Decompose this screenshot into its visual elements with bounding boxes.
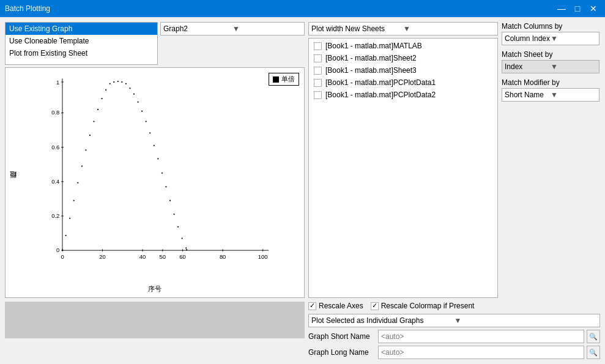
graph-select-combo: Graph2 ▼ (160, 22, 305, 65)
svg-rect-46 (133, 94, 135, 95)
plot-mode-value: Plot Selected as Individual Graphs (311, 316, 455, 325)
bottom-area: Rescale Axes Rescale Colormap if Present… (5, 302, 600, 359)
title-bar: Batch Plotting — □ ✕ (0, 0, 605, 17)
sheet-label-0: [Book1 - matlab.mat]MATLAB (325, 42, 422, 50)
svg-rect-56 (174, 214, 175, 215)
far-right-panel: Match Columns by Column Index ▼ Match Sh… (502, 22, 599, 298)
rescale-axes-checkbox[interactable] (308, 302, 316, 310)
svg-text:40: 40 (139, 254, 146, 260)
svg-rect-38 (102, 98, 103, 99)
main-content: Use Existing Graph Use Cloneable Templat… (0, 17, 605, 364)
bottom-right: Rescale Axes Rescale Colormap if Present… (308, 302, 600, 359)
plot-mode-combo[interactable]: Plot Selected as Individual Graphs ▼ (308, 314, 600, 327)
match-columns-value: Column Index (505, 34, 551, 43)
svg-rect-45 (130, 87, 131, 89)
svg-text:0.6: 0.6 (51, 144, 59, 150)
sheet-checkbox-1[interactable] (314, 54, 322, 62)
svg-text:0.4: 0.4 (51, 179, 59, 185)
match-columns-label: Match Columns by (502, 22, 599, 31)
sheet-checkbox-0[interactable] (314, 42, 322, 50)
minimize-button[interactable]: — (555, 2, 568, 15)
chart-area: 单倍 组距 0 0.2 0.4 (5, 67, 305, 298)
match-sheet-label: Match Sheet by (502, 50, 599, 59)
bottom-left-gray (5, 302, 305, 338)
svg-rect-58 (182, 238, 183, 239)
graph-type-item-2[interactable]: Plot from Existing Sheet (6, 47, 157, 59)
svg-rect-55 (169, 200, 171, 201)
sheet-item-2[interactable]: [Book1 - matlab.mat]Sheet3 (309, 64, 497, 76)
svg-rect-37 (97, 109, 98, 110)
sheet-checkbox-4[interactable] (314, 91, 322, 99)
sheet-label-3: [Book1 - matlab.mat]PCPlotData1 (325, 78, 436, 87)
svg-text:100: 100 (258, 254, 268, 260)
svg-rect-51 (154, 145, 155, 146)
match-sheet-combo: Index ▼ (502, 60, 599, 73)
svg-rect-54 (166, 186, 167, 187)
x-axis-label: 序号 (148, 284, 161, 294)
graph-short-name-search-button[interactable]: 🔍 (587, 330, 600, 343)
rescale-colormap-label: Rescale Colormap if Present (381, 302, 475, 310)
match-columns-combo[interactable]: Column Index ▼ (502, 32, 599, 45)
graph-selector-row: Use Existing Graph Use Cloneable Templat… (5, 22, 305, 65)
top-row: Use Existing Graph Use Cloneable Templat… (5, 22, 600, 298)
rescale-axes-label: Rescale Axes (319, 302, 363, 310)
match-modifier-combo[interactable]: Short Name ▼ (502, 88, 599, 102)
svg-rect-30 (69, 218, 70, 219)
svg-text:0.8: 0.8 (51, 110, 59, 116)
match-sheet-value: Index (505, 62, 551, 71)
window-close-button[interactable]: ✕ (587, 2, 600, 15)
rescale-axes-item: Rescale Axes (308, 302, 363, 310)
svg-rect-33 (81, 166, 83, 167)
sheet-item-0[interactable]: [Book1 - matlab.mat]MATLAB (309, 40, 497, 52)
graph-long-name-row: Graph Long Name 🔍 (308, 346, 600, 359)
svg-rect-60 (186, 249, 187, 250)
graph-type-item-0[interactable]: Use Existing Graph (6, 23, 157, 35)
svg-text:60: 60 (179, 254, 185, 260)
sheet-item-3[interactable]: [Book1 - matlab.mat]PCPlotData1 (309, 76, 497, 89)
sheet-checkbox-3[interactable] (314, 79, 322, 87)
svg-rect-29 (65, 235, 67, 236)
plot-mode-arrow-icon: ▼ (455, 316, 598, 325)
svg-text:80: 80 (220, 254, 226, 260)
sheets-list: [Book1 - matlab.mat]MATLAB [Book1 - matl… (308, 38, 498, 298)
graph-short-name-row: Graph Short Name 🔍 (308, 330, 600, 343)
svg-rect-44 (125, 83, 127, 84)
sheet-checkbox-2[interactable] (314, 67, 322, 75)
match-modifier-arrow-icon: ▼ (551, 91, 596, 99)
graph-short-name-input[interactable] (378, 330, 584, 343)
graph-short-name-label: Graph Short Name (308, 332, 376, 341)
sheet-width-arrow-icon: ▼ (403, 24, 495, 33)
chart-data-points (62, 81, 187, 251)
rescale-colormap-checkbox[interactable] (371, 302, 379, 310)
match-modifier-value: Short Name (505, 91, 551, 99)
sheet-label-2: [Book1 - matlab.mat]Sheet3 (325, 66, 417, 75)
graph-long-name-search-button[interactable]: 🔍 (587, 346, 600, 359)
svg-rect-42 (117, 81, 119, 82)
svg-rect-49 (146, 121, 147, 122)
sheet-width-label: Plot width New Sheets (311, 24, 403, 33)
maximize-button[interactable]: □ (571, 2, 584, 15)
graph-type-item-1[interactable]: Use Cloneable Template (6, 35, 157, 47)
sheet-label-4: [Book1 - matlab.mat]PCPlotData2 (325, 91, 436, 99)
svg-rect-34 (85, 149, 86, 150)
svg-text:1: 1 (56, 80, 59, 86)
match-modifier-label: Match Modifier by (502, 78, 599, 87)
svg-text:0: 0 (61, 254, 64, 260)
rescale-row: Rescale Axes Rescale Colormap if Present (308, 302, 600, 311)
sheet-item-1[interactable]: [Book1 - matlab.mat]Sheet2 (309, 52, 497, 64)
graph-combo-box[interactable]: Graph2 ▼ (160, 22, 305, 35)
match-sheet-group: Match Sheet by Index ▼ (502, 50, 599, 73)
sheet-width-combo[interactable]: Plot width New Sheets ▼ (308, 22, 498, 35)
svg-rect-59 (185, 248, 187, 249)
match-columns-group: Match Columns by Column Index ▼ (502, 22, 599, 45)
svg-rect-43 (121, 81, 122, 83)
graph-long-name-input[interactable] (378, 346, 584, 359)
sheet-item-4[interactable]: [Book1 - matlab.mat]PCPlotData2 (309, 89, 497, 101)
svg-text:0.2: 0.2 (51, 213, 59, 219)
svg-rect-32 (77, 182, 78, 184)
chart-svg: 0 0.2 0.4 0.6 0.8 1 0 20 (33, 73, 298, 279)
sheet-label-1: [Book1 - matlab.mat]Sheet2 (325, 54, 417, 62)
rescale-colormap-item: Rescale Colormap if Present (371, 302, 475, 310)
graph-type-list: Use Existing Graph Use Cloneable Templat… (5, 22, 158, 65)
svg-text:0: 0 (56, 247, 59, 253)
